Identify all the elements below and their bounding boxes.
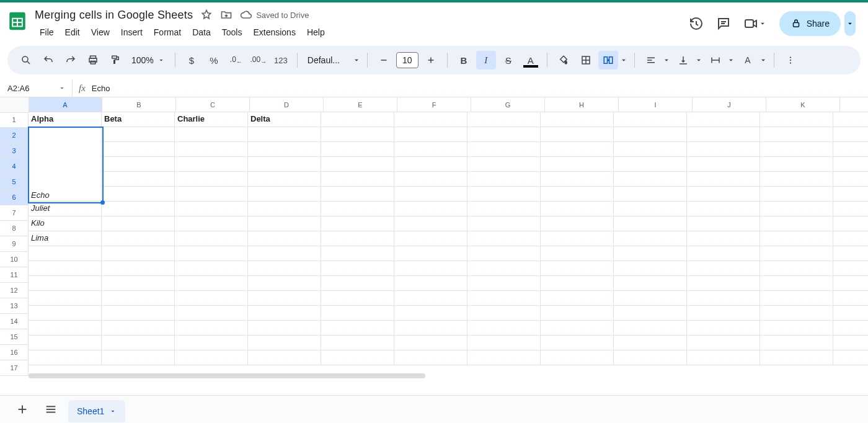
cell[interactable] bbox=[833, 202, 868, 216]
cell[interactable] bbox=[248, 127, 321, 142]
cell[interactable] bbox=[760, 231, 833, 246]
column-header[interactable]: E bbox=[324, 97, 397, 112]
cell[interactable] bbox=[687, 187, 760, 202]
cell[interactable] bbox=[248, 216, 321, 231]
cell[interactable] bbox=[760, 172, 833, 187]
formula-input[interactable]: Echo bbox=[92, 84, 868, 93]
wrap-icon[interactable] bbox=[706, 51, 725, 69]
cell[interactable] bbox=[467, 202, 541, 216]
cell[interactable] bbox=[687, 321, 760, 336]
font-family-select[interactable]: Defaul... bbox=[304, 55, 351, 65]
cell[interactable] bbox=[541, 276, 614, 291]
cell[interactable] bbox=[760, 321, 833, 336]
cell[interactable] bbox=[102, 246, 175, 261]
cell[interactable] bbox=[175, 350, 248, 365]
column-header[interactable]: L bbox=[840, 97, 868, 112]
cell[interactable] bbox=[394, 157, 467, 172]
menu-data[interactable]: Data bbox=[187, 25, 216, 40]
row-header[interactable]: 6 bbox=[0, 190, 29, 205]
cell[interactable] bbox=[248, 306, 321, 321]
cell[interactable] bbox=[833, 276, 868, 291]
cell[interactable]: Charlie bbox=[175, 112, 248, 127]
cell[interactable] bbox=[467, 336, 541, 350]
cell[interactable] bbox=[102, 336, 175, 350]
cell[interactable] bbox=[467, 261, 541, 276]
cell[interactable] bbox=[394, 321, 467, 336]
cell[interactable] bbox=[614, 276, 687, 291]
cell[interactable] bbox=[541, 261, 614, 276]
sheets-logo[interactable] bbox=[5, 9, 30, 33]
cell[interactable] bbox=[760, 112, 833, 127]
cell[interactable] bbox=[394, 336, 467, 350]
cell[interactable] bbox=[102, 261, 175, 276]
column-header[interactable]: B bbox=[102, 97, 176, 112]
cell[interactable] bbox=[687, 142, 760, 157]
cell[interactable] bbox=[687, 202, 760, 216]
merge-cells-icon[interactable] bbox=[598, 51, 618, 69]
cell[interactable] bbox=[321, 321, 394, 336]
cell[interactable] bbox=[541, 127, 614, 142]
cell[interactable]: Juliet bbox=[29, 202, 102, 216]
h-align-icon[interactable] bbox=[641, 51, 661, 69]
increase-font-icon[interactable] bbox=[421, 51, 441, 69]
cell[interactable] bbox=[175, 187, 248, 202]
cell[interactable] bbox=[394, 231, 467, 246]
move-icon[interactable] bbox=[220, 9, 232, 21]
cell[interactable] bbox=[760, 306, 833, 321]
row-header[interactable]: 9 bbox=[0, 236, 29, 252]
cell[interactable] bbox=[175, 172, 248, 187]
cell[interactable] bbox=[102, 306, 175, 321]
row-header[interactable]: 8 bbox=[0, 221, 29, 236]
cell[interactable] bbox=[175, 321, 248, 336]
cell[interactable] bbox=[102, 202, 175, 216]
cell[interactable] bbox=[833, 246, 868, 261]
menu-ext[interactable]: Extensions bbox=[248, 25, 300, 40]
row-header[interactable]: 11 bbox=[0, 267, 29, 283]
cell[interactable] bbox=[614, 336, 687, 350]
menu-view[interactable]: View bbox=[86, 25, 115, 40]
column-header[interactable]: A bbox=[29, 97, 102, 112]
cell[interactable] bbox=[687, 112, 760, 127]
wrap-caret[interactable] bbox=[727, 56, 735, 65]
cell[interactable] bbox=[321, 246, 394, 261]
cell[interactable] bbox=[760, 202, 833, 216]
cell[interactable] bbox=[175, 246, 248, 261]
decrease-decimal-icon[interactable]: .0← bbox=[226, 51, 246, 69]
cell[interactable] bbox=[541, 321, 614, 336]
cell[interactable] bbox=[102, 350, 175, 365]
cell[interactable] bbox=[614, 127, 687, 142]
cell[interactable] bbox=[760, 157, 833, 172]
cell[interactable] bbox=[321, 306, 394, 321]
cell[interactable] bbox=[614, 112, 687, 127]
cell[interactable] bbox=[760, 291, 833, 306]
row-header[interactable]: 15 bbox=[0, 329, 29, 345]
cell[interactable] bbox=[467, 306, 541, 321]
row-header[interactable]: 17 bbox=[0, 360, 29, 376]
cell[interactable] bbox=[248, 157, 321, 172]
font-size-input[interactable]: 10 bbox=[396, 52, 418, 68]
row-header[interactable]: 13 bbox=[0, 298, 29, 314]
cell[interactable] bbox=[614, 142, 687, 157]
cell[interactable] bbox=[467, 172, 541, 187]
cell[interactable] bbox=[29, 291, 102, 306]
cell[interactable] bbox=[687, 306, 760, 321]
merge-caret[interactable] bbox=[619, 56, 628, 65]
borders-icon[interactable] bbox=[576, 51, 596, 69]
cell[interactable] bbox=[467, 112, 541, 127]
cell[interactable]: Kilo bbox=[29, 216, 102, 231]
add-sheet-icon[interactable] bbox=[11, 398, 33, 421]
cell[interactable] bbox=[541, 142, 614, 157]
cell[interactable] bbox=[467, 276, 541, 291]
cell[interactable] bbox=[467, 246, 541, 261]
cell[interactable] bbox=[321, 202, 394, 216]
cell[interactable] bbox=[248, 142, 321, 157]
more-formats-icon[interactable]: 123 bbox=[271, 51, 291, 69]
cell[interactable] bbox=[29, 276, 102, 291]
cell[interactable] bbox=[321, 112, 394, 127]
print-icon[interactable] bbox=[83, 51, 103, 69]
cell[interactable] bbox=[467, 291, 541, 306]
cell[interactable] bbox=[467, 231, 541, 246]
cell[interactable] bbox=[102, 321, 175, 336]
cell[interactable]: Alpha bbox=[29, 112, 102, 127]
cell[interactable] bbox=[175, 291, 248, 306]
